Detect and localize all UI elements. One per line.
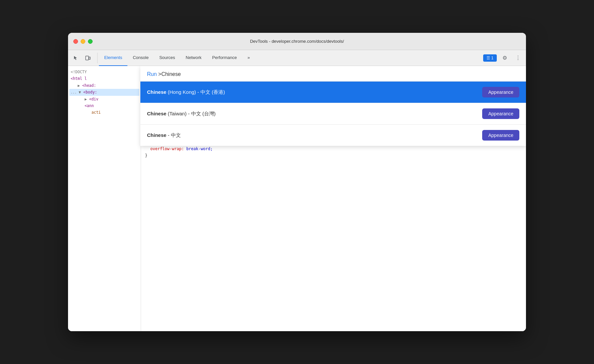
close-button[interactable] bbox=[73, 39, 78, 44]
dropdown-run-label: Run bbox=[147, 71, 157, 77]
dom-ann[interactable]: <ann bbox=[69, 102, 139, 109]
appearance-button-3[interactable]: Appearance bbox=[482, 130, 519, 141]
dom-doctype[interactable]: <!DOCTY bbox=[69, 69, 139, 75]
dom-html[interactable]: <html l bbox=[69, 75, 139, 82]
window-title: DevTools - developer.chrome.com/docs/dev… bbox=[250, 39, 344, 44]
toolbar-right: ☰ 1 ⚙ ⋮ bbox=[483, 53, 523, 63]
dropdown-overlay: Run >Chinese Chinese (Hong Kong) - 中文 (香… bbox=[140, 66, 526, 146]
svg-rect-1 bbox=[89, 57, 90, 59]
tab-list: Elements Console Sources Network Perform… bbox=[99, 50, 483, 66]
tab-network[interactable]: Network bbox=[181, 50, 207, 66]
appearance-button-1[interactable]: Appearance bbox=[482, 87, 519, 97]
tab-console[interactable]: Console bbox=[127, 50, 154, 66]
traffic-lights bbox=[73, 39, 93, 44]
maximize-button[interactable] bbox=[88, 39, 93, 44]
settings-icon[interactable]: ⚙ bbox=[499, 53, 510, 63]
device-toggle-icon[interactable] bbox=[83, 53, 93, 63]
devtools-panel: Elements Console Sources Network Perform… bbox=[68, 50, 526, 331]
dom-head[interactable]: ▶ <head: bbox=[69, 82, 139, 89]
tab-elements[interactable]: Elements bbox=[99, 50, 127, 66]
dropdown-item-2-text: Chinese (Taiwan) - 中文 (台灣) bbox=[147, 111, 216, 117]
minimize-button[interactable] bbox=[81, 39, 85, 44]
browser-window: DevTools - developer.chrome.com/docs/dev… bbox=[68, 33, 526, 331]
more-options-icon[interactable]: ⋮ bbox=[513, 53, 523, 63]
messages-badge[interactable]: ☰ 1 bbox=[483, 54, 497, 62]
main-area: <!DOCTY <html l ▶ <head: ... ▼ <body: ▶ … bbox=[68, 66, 526, 331]
svg-rect-0 bbox=[86, 56, 89, 60]
tab-sources[interactable]: Sources bbox=[154, 50, 181, 66]
dom-acti[interactable]: acti bbox=[69, 109, 139, 116]
dom-div[interactable]: ▶ <div bbox=[69, 96, 139, 102]
dom-tree-panel[interactable]: <!DOCTY <html l ▶ <head: ... ▼ <body: ▶ … bbox=[68, 66, 141, 331]
dropdown-item-1[interactable]: Chinese (Hong Kong) - 中文 (香港) Appearance bbox=[140, 82, 526, 103]
dropdown-item-3[interactable]: Chinese - 中文 Appearance bbox=[140, 125, 526, 146]
title-bar: DevTools - developer.chrome.com/docs/dev… bbox=[68, 33, 526, 50]
dropdown-query-text: >Chinese bbox=[158, 71, 181, 77]
dropdown-item-3-text: Chinese - 中文 bbox=[147, 132, 181, 139]
appearance-button-2[interactable]: Appearance bbox=[482, 108, 519, 119]
dom-body[interactable]: ... ▼ <body: bbox=[69, 89, 139, 95]
devtools-toolbar: Elements Console Sources Network Perform… bbox=[68, 50, 526, 66]
dropdown-item-1-text: Chinese (Hong Kong) - 中文 (香港) bbox=[147, 89, 225, 95]
dropdown-item-2[interactable]: Chinese (Taiwan) - 中文 (台灣) Appearance bbox=[140, 103, 526, 125]
toolbar-icons bbox=[71, 53, 98, 63]
dropdown-header: Run >Chinese bbox=[140, 66, 526, 82]
more-tabs-button[interactable]: » bbox=[242, 50, 255, 66]
tab-performance[interactable]: Performance bbox=[207, 50, 242, 66]
cursor-icon[interactable] bbox=[71, 53, 81, 63]
